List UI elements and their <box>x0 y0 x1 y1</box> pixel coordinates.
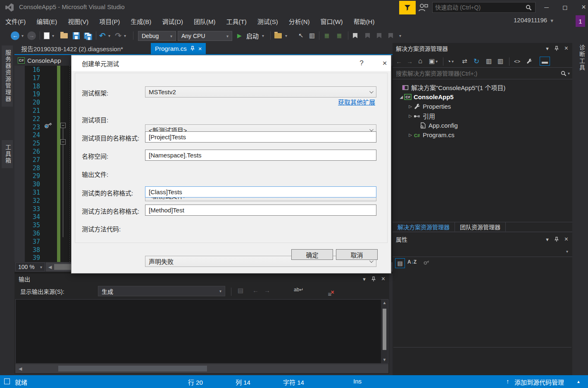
previous-bookmark-icon[interactable] <box>365 30 370 41</box>
increase-indent-icon[interactable]: ≣ <box>336 30 342 41</box>
start-debug-button[interactable]: 启动 <box>246 30 259 41</box>
start-debug-dropdown[interactable]: ▾ <box>262 30 264 41</box>
undo-dropdown[interactable]: ▾ <box>108 30 110 41</box>
minimize-button[interactable]: ─ <box>537 0 556 14</box>
decrease-indent-icon[interactable]: ≣ <box>324 30 329 41</box>
test-framework-combo[interactable]: MSTestv2 <box>145 86 376 98</box>
menu-item-0[interactable]: 文件(F) <box>0 14 31 28</box>
output-horizontal-scrollbar[interactable]: ◀ <box>15 364 388 373</box>
namespace-input[interactable] <box>145 150 376 161</box>
bookmark-dropdown[interactable]: ▾ <box>399 30 401 41</box>
solution-platform-combo[interactable]: Any CPU▾ <box>178 31 232 41</box>
zoom-level-combo[interactable]: 100 %▾ <box>15 262 45 271</box>
select-cursor-icon[interactable]: ↖ <box>298 30 304 41</box>
collapse-all-icon[interactable]: ▥ <box>486 57 492 66</box>
show-all-files-icon[interactable]: ▬ <box>540 57 550 66</box>
dialog-close-icon[interactable]: × <box>376 55 393 71</box>
navigate-forward-button[interactable]: → <box>27 30 36 41</box>
account-id[interactable]: 1204911196▼ <box>514 17 554 24</box>
next-bookmark-icon[interactable] <box>377 30 381 41</box>
menu-item-3[interactable]: 项目(P) <box>94 14 125 28</box>
window-position-icon[interactable]: ▾ <box>363 276 366 282</box>
menu-item-9[interactable]: 分析(N) <box>283 14 315 28</box>
menu-item-11[interactable]: 帮助(H) <box>348 14 380 28</box>
clear-bookmarks-icon[interactable] <box>388 30 393 41</box>
tab-server-explorer[interactable]: 服务器资源管理器 <box>2 45 13 107</box>
test-method-name-format-input[interactable] <box>145 205 376 216</box>
window-position-icon[interactable]: ▾ <box>546 45 549 52</box>
tab-team-explorer[interactable]: 团队资源管理器 <box>455 222 506 231</box>
navigate-backward-button[interactable]: ← <box>11 30 19 41</box>
feedback-person-icon[interactable] <box>418 3 429 12</box>
close-icon[interactable]: × <box>381 275 385 283</box>
tab-diagsession[interactable]: 报告20190328-1422 (2).diagsession* <box>14 43 130 54</box>
new-file-button[interactable] <box>44 30 50 41</box>
quick-launch-box[interactable] <box>432 2 536 13</box>
tree-item-4[interactable]: App.config <box>393 121 572 130</box>
tree-item-2[interactable]: ▷Properties <box>393 102 572 111</box>
copy-reference-icon[interactable]: ▥ <box>309 30 315 41</box>
background-tasks-icon[interactable] <box>4 378 10 384</box>
output-source-combo[interactable]: 生成▾ <box>98 286 225 296</box>
refresh-icon[interactable]: ↻ <box>474 57 479 66</box>
open-file-button[interactable] <box>60 30 68 41</box>
properties-object-combo[interactable]: ▾ <box>393 246 572 257</box>
notification-filter-icon[interactable] <box>399 1 416 14</box>
menu-item-7[interactable]: 工具(T) <box>221 14 252 28</box>
view-code-icon[interactable]: <> <box>514 57 520 66</box>
tree-item-3[interactable]: ▷引用 <box>393 111 572 121</box>
close-button[interactable]: × <box>574 0 588 14</box>
sync-with-active-document-icon[interactable]: ⇄ <box>462 57 467 66</box>
tree-item-5[interactable]: ▷C#Program.cs <box>393 130 572 140</box>
solution-search-input[interactable] <box>393 70 561 77</box>
find-dropdown[interactable]: ▾ <box>285 30 287 41</box>
close-icon[interactable]: × <box>564 45 568 52</box>
maximize-button[interactable]: ◻ <box>556 0 574 14</box>
tab-solution-explorer[interactable]: 解决方案资源管理器 <box>393 222 455 231</box>
word-wrap-icon[interactable]: ab↵ <box>294 287 303 293</box>
clear-all-icon[interactable]: ≡× <box>328 290 332 298</box>
output-content[interactable]: ▲▼ <box>15 299 388 364</box>
switch-views-icon[interactable]: ▣▾ <box>429 57 438 66</box>
notification-badge[interactable]: 1 <box>576 15 585 27</box>
cancel-button[interactable]: 取消 <box>336 249 378 260</box>
previous-message-icon[interactable]: ← <box>252 287 259 294</box>
forward-icon[interactable]: → <box>407 57 413 66</box>
test-class-name-format-input[interactable] <box>145 186 376 198</box>
quick-launch-input[interactable] <box>433 4 526 11</box>
navigate-backward-dropdown[interactable]: ▾ <box>21 30 24 41</box>
add-to-source-control[interactable]: 添加到源代码管理 <box>514 378 564 386</box>
categorized-icon[interactable]: ▤ <box>395 258 405 268</box>
goto-message-icon[interactable]: ▤ <box>238 287 243 294</box>
tree-item-1[interactable]: ◢C#ConsoleApp5 <box>393 92 572 102</box>
home-icon[interactable]: ⌂ <box>418 57 422 66</box>
tab-diagnostic-tools[interactable]: 诊断工具 <box>574 45 586 71</box>
copy-path-icon[interactable]: ▥ <box>498 57 503 66</box>
pin-icon[interactable] <box>555 46 559 51</box>
property-pages-icon[interactable] <box>423 259 430 265</box>
start-debug-icon[interactable]: ▶ <box>237 30 242 41</box>
close-icon[interactable]: × <box>564 236 568 243</box>
find-in-files-icon[interactable] <box>274 30 282 41</box>
tree-item-0[interactable]: 解决方案"ConsoleApp5"(1 个项目) <box>393 83 572 92</box>
expander-collapsed-icon[interactable]: ▷ <box>407 104 413 109</box>
menu-item-2[interactable]: 视图(V) <box>62 14 94 28</box>
undo-button[interactable]: ↶ <box>99 30 106 41</box>
get-extensions-link[interactable]: 获取其他扩展 <box>338 98 377 106</box>
test-project-name-format-input[interactable] <box>145 131 376 143</box>
menu-item-4[interactable]: 生成(B) <box>125 14 157 28</box>
menu-item-5[interactable]: 调试(D) <box>157 14 188 28</box>
next-message-icon[interactable]: → <box>264 287 270 294</box>
bookmark-icon[interactable] <box>353 30 357 41</box>
save-button[interactable] <box>73 30 80 41</box>
fold-collapse-box[interactable]: − <box>60 123 66 128</box>
expander-expanded-icon[interactable]: ◢ <box>398 95 404 99</box>
menu-item-8[interactable]: 测试(S) <box>252 14 283 28</box>
pending-changes-filter-icon[interactable]: ◔▾ <box>447 57 454 66</box>
close-tab-icon[interactable]: × <box>198 45 202 52</box>
expander-collapsed-icon[interactable]: ▷ <box>407 114 413 118</box>
output-vertical-scrollbar[interactable]: ▲▼ <box>381 300 388 363</box>
save-all-button[interactable] <box>83 30 93 41</box>
ok-button[interactable]: 确定 <box>291 249 333 260</box>
back-icon[interactable]: ← <box>396 57 402 66</box>
